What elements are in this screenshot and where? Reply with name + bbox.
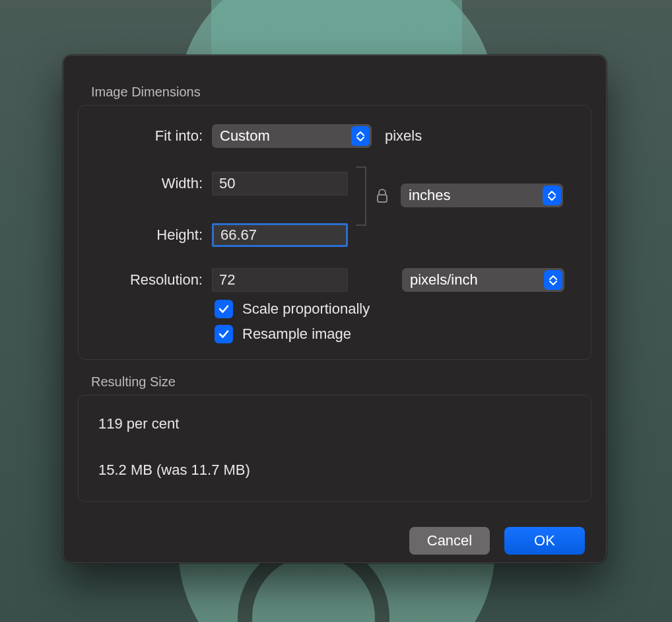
resulting-size-title: Resulting Size [91,374,591,390]
resolution-input[interactable] [212,268,348,292]
image-dimensions-title: Image Dimensions [91,85,591,100]
resample-image-checkbox[interactable] [215,325,233,343]
aspect-lock-bracket [356,166,389,226]
chevron-updown-icon [543,186,561,205]
cancel-button[interactable]: Cancel [409,527,490,555]
image-dimensions-group: Fit into: Custom pixels Width: Height: [78,105,591,360]
resulting-filesize: 15.2 MB (was 11.7 MB) [98,462,576,479]
scale-proportionally-label: Scale proportionally [242,300,370,318]
width-input[interactable] [212,172,348,195]
size-unit-value: inches [409,187,451,204]
resulting-percent: 119 per cent [98,415,576,432]
fit-into-select[interactable]: Custom [212,124,372,148]
image-size-dialog: Image Dimensions Fit into: Custom pixels… [63,55,607,563]
chevron-updown-icon [544,270,562,290]
fit-into-value: Custom [220,127,270,145]
ok-button[interactable]: OK [504,527,585,555]
width-label: Width: [93,175,212,192]
fit-into-label: Fit into: [93,127,212,145]
height-input[interactable] [212,223,348,247]
resolution-unit-select[interactable]: pixels/inch [402,268,564,292]
scale-proportionally-checkbox[interactable] [215,300,233,318]
size-unit-select[interactable]: inches [401,184,563,207]
lock-icon[interactable] [376,188,389,204]
svg-rect-0 [378,195,387,202]
resolution-label: Resolution: [93,271,212,289]
height-label: Height: [93,226,212,244]
chevron-updown-icon [351,126,370,146]
resolution-unit-value: pixels/inch [410,271,478,289]
resulting-size-group: 119 per cent 15.2 MB (was 11.7 MB) [78,395,591,502]
resample-image-label: Resample image [242,326,351,343]
fit-into-unit-suffix: pixels [385,127,422,145]
